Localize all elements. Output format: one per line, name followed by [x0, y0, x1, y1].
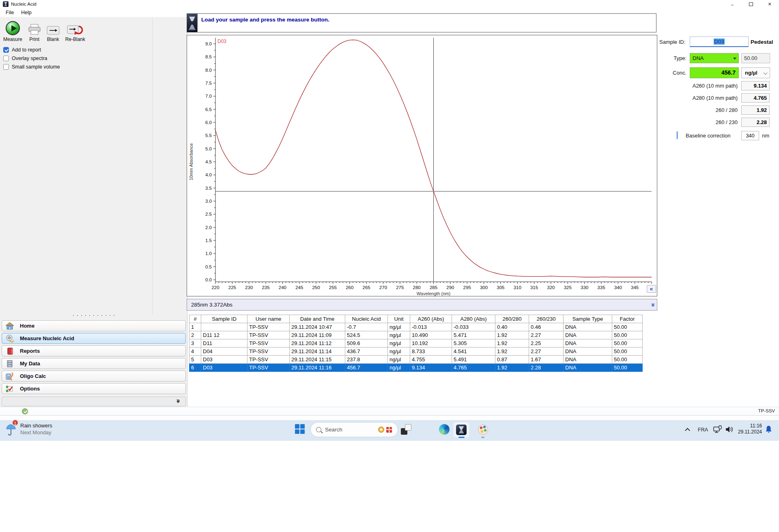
column-header[interactable]: Nucleic Acid — [345, 315, 388, 323]
weather-headline: Rain showers — [20, 423, 52, 429]
sidebar-item-reports[interactable]: Reports — [2, 345, 186, 356]
blank-label: Blank — [47, 36, 59, 42]
table-cell: 1.92 — [495, 348, 529, 356]
column-header[interactable]: User name — [247, 315, 290, 323]
table-cell: ng/µl — [388, 356, 410, 364]
table-cell: 4.541 — [452, 348, 495, 356]
sidebar-item-label: My Data — [20, 360, 40, 367]
sidebar-collapse-bar[interactable]: » — [2, 397, 186, 406]
column-header[interactable]: 260/230 — [529, 315, 564, 323]
edge-browser-icon[interactable] — [439, 424, 450, 435]
unit-value: ng/µl — [745, 70, 757, 76]
column-header[interactable]: # — [189, 315, 201, 323]
table-cell: TP-SSV — [247, 348, 290, 356]
sidebar-item-my-data[interactable]: My Data — [2, 358, 186, 369]
column-header[interactable]: 260/280 — [495, 315, 529, 323]
table-cell: 29.11.2024 11:09 — [290, 331, 345, 339]
notification-bell-icon[interactable] — [765, 425, 772, 433]
expand-table-button[interactable]: » — [647, 300, 658, 309]
table-cell: 2.25 — [529, 339, 564, 348]
table-cell: 29.11.2024 10:47 — [290, 323, 345, 331]
cursor-readout-bar: 285nm 3.372Abs — [187, 299, 657, 311]
result-row[interactable]: 1TP-SSV29.11.2024 10:47-0.7ng/µl-0.013-0… — [189, 323, 643, 331]
running-app-indicator — [481, 437, 484, 438]
y-tick-label: 6.5 — [205, 107, 212, 112]
x-tick-label: 330 — [581, 285, 588, 290]
table-cell: 1 — [189, 323, 201, 331]
x-tick-label: 265 — [363, 285, 370, 290]
blank-button[interactable]: Blank — [47, 19, 60, 42]
y-tick-label: 4.0 — [205, 172, 212, 177]
column-header[interactable]: Factor — [612, 315, 643, 323]
measure-button[interactable]: Measure — [3, 19, 22, 42]
table-cell: 0.40 — [495, 323, 529, 331]
spectra-plot[interactable]: 0.00.51.01.52.02.53.03.54.04.55.05.56.06… — [187, 35, 657, 296]
result-row[interactable]: 4D04TP-SSV29.11.2024 11:14436.7ng/µl8.73… — [189, 348, 643, 356]
y-tick-label: 1.5 — [205, 238, 212, 243]
result-row[interactable]: 3D11TP-SSV29.11.2024 11:12509.6ng/µl10.1… — [189, 339, 643, 348]
sidebar: Measure Print Blank — [0, 17, 187, 407]
table-cell: -0.7 — [345, 323, 388, 331]
display-network-icon[interactable] — [713, 425, 722, 433]
table-cell: DNA — [564, 323, 612, 331]
column-header[interactable]: Unit — [388, 315, 410, 323]
result-row[interactable]: 5D03TP-SSV29.11.2024 11:15237.8ng/µl4.75… — [189, 356, 643, 364]
baseline-wavelength-input[interactable]: 340 — [741, 131, 759, 140]
table-cell: ng/µl — [388, 364, 410, 372]
tray-chevron-up-icon[interactable] — [685, 428, 690, 433]
panel-splitter-handle[interactable] — [71, 314, 116, 317]
sample-id-input[interactable]: D03 — [690, 36, 749, 47]
unit-select[interactable]: ng/µl — [741, 67, 770, 78]
blank-arrow-icon — [47, 26, 60, 35]
column-header[interactable]: A280 (Abs) — [452, 315, 495, 323]
clock[interactable]: 11:16 29.11.2024 — [730, 423, 762, 435]
checkbox-overlay-spectra[interactable]: Overlay spectra — [3, 54, 60, 62]
table-cell: 4.755 — [410, 356, 452, 364]
sidebar-item-measure-nucleic-acid[interactable]: Measure Nucleic Acid — [2, 333, 186, 344]
search-box[interactable]: Search — [310, 422, 398, 437]
table-cell: 9.134 — [410, 364, 452, 372]
y-tick-label: 9.0 — [205, 41, 212, 46]
checkbox-small-sample-volume[interactable]: Small sample volume — [3, 62, 60, 71]
column-header[interactable]: Sample ID — [201, 315, 247, 323]
sidebar-item-options[interactable]: Options — [2, 383, 186, 394]
factor-field[interactable]: 50.00 — [741, 53, 770, 63]
reblank-arrow-icon — [67, 25, 83, 35]
type-select[interactable]: DNA — [690, 53, 739, 63]
table-cell: DNA — [564, 348, 612, 356]
paint-app-icon[interactable] — [478, 425, 488, 435]
column-header[interactable]: Date and Time — [290, 315, 345, 323]
close-button[interactable]: ✕ — [760, 0, 779, 9]
baseline-correction-checkbox[interactable] — [677, 131, 678, 139]
nanodrop-app-icon[interactable] — [456, 425, 467, 435]
sidebar-item-oligo-calc[interactable]: Oligo Calc — [2, 371, 186, 382]
sidebar-nav: Home Measure Nucleic Acid Reports — [2, 320, 186, 396]
task-view-button[interactable] — [401, 424, 411, 435]
menu-file[interactable]: File — [6, 9, 14, 17]
minimize-button[interactable]: – — [723, 0, 742, 9]
sidebar-item-home[interactable]: Home — [2, 320, 186, 331]
print-button[interactable]: Print — [28, 19, 41, 42]
menu-help[interactable]: Help — [21, 9, 32, 17]
table-cell: TP-SSV — [247, 323, 290, 331]
result-row[interactable]: 6D03TP-SSV29.11.2024 11:16456.7ng/µl9.13… — [189, 364, 643, 372]
y-tick-label: 7.0 — [205, 94, 212, 99]
x-tick-label: 280 — [413, 285, 421, 290]
sample-id-value: D03 — [714, 39, 725, 45]
language-indicator[interactable]: FRA — [698, 427, 708, 433]
table-cell: 436.7 — [345, 348, 388, 356]
table-cell: 50.00 — [612, 331, 643, 339]
weather-badge: 1 — [12, 419, 19, 426]
table-cell: 0.46 — [529, 323, 564, 331]
start-button[interactable] — [295, 424, 305, 434]
result-row[interactable]: 2D11 12TP-SSV29.11.2024 11:09524.5ng/µl1… — [189, 331, 643, 339]
x-tick-label: 260 — [346, 285, 353, 290]
collapse-chart-button[interactable]: « — [647, 285, 656, 293]
reblank-button[interactable]: Re-Blank — [65, 19, 85, 42]
maximize-button[interactable] — [742, 0, 760, 9]
column-header[interactable]: Sample Type — [564, 315, 612, 323]
checkbox-add-to-report[interactable]: Add to report — [3, 45, 60, 54]
table-cell — [201, 323, 247, 331]
column-header[interactable]: A260 (Abs) — [410, 315, 452, 323]
y-tick-label: 2.0 — [205, 225, 212, 230]
